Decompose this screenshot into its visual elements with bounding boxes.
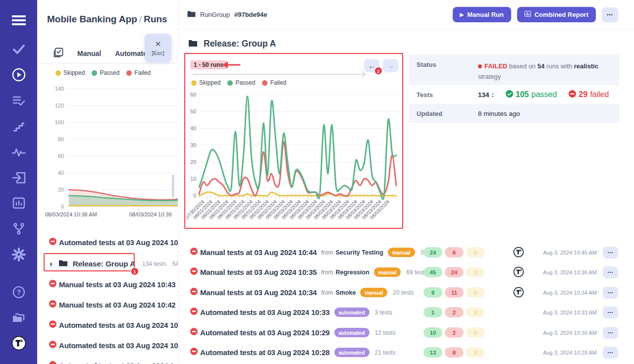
check-icon[interactable] [12,44,25,55]
failed-status-icon [190,267,198,277]
row-more-button[interactable]: ••• [603,347,618,359]
run-list-item[interactable]: Manual tests at 03 Aug 2024 10:43 [37,274,178,295]
run-row[interactable]: Manual tests at 03 Aug 2024 10:34 from S… [178,282,634,303]
breadcrumb-page: Runs [144,14,167,24]
failed-dot-icon [262,80,267,86]
run-list-item[interactable]: Automated tests at 03 Aug 2024 10 [37,315,178,335]
failed-status-icon [190,248,198,257]
activity-icon[interactable] [12,147,26,157]
failed-pill: 24 [445,267,464,277]
svg-text:20: 20 [58,187,64,193]
failed-status-icon [190,308,198,317]
rungroup-title: RunGroup #97bde94e [187,10,267,19]
svg-text:140: 140 [55,86,64,92]
runs-trend-mini-chart: 14012010080604020008/03/2024 10:38 AM08/… [37,79,178,228]
run-list-item[interactable]: Automated tests at 03 Aug 2024 10 [37,232,178,253]
panel-scrollbar[interactable] [172,174,174,197]
combined-report-button[interactable]: Combined Report [517,7,596,22]
failed-pill: 6 [445,247,464,258]
legend-passed: Passed [227,79,255,86]
tests-row: Tests 134 : 105 passed 29 failed [409,85,619,104]
next-page-button[interactable]: → [383,59,398,72]
run-group-item-release-group-a[interactable]: › Release: Group A 134 tests 54 r [37,254,178,274]
run-result-pills: 13 8 0 [423,347,485,358]
run-row[interactable]: Manual tests at 03 Aug 2024 10:35 from R… [178,262,634,282]
run-date: Aug 3, 2024 10:28 AM [523,350,597,356]
tab-manual[interactable]: Manual [77,50,101,57]
folder-icon [188,39,198,49]
row-more-button[interactable]: ••• [603,266,618,278]
folder-icon [187,10,196,19]
legend-failed: Failed [126,69,151,76]
run-type-badge: automated [334,328,370,337]
steps-icon[interactable] [12,121,25,132]
chevron-right-icon[interactable]: › [50,260,53,268]
minus-circle-icon [569,90,576,100]
run-type-badge: manual [388,248,415,257]
run-list-item[interactable]: Automated tests at 03 Aug 2024 1 [37,356,178,364]
branch-icon[interactable] [12,222,25,235]
row-more-button[interactable]: ••• [603,307,618,318]
projects-icon[interactable] [12,312,26,324]
runs-history-chart-card: 1 - 50 runs ← → 2 Skipped Passed Failed … [184,53,403,229]
passed-pill: 13 [423,347,442,358]
settings-icon[interactable] [12,248,26,261]
main-content: RunGroup #97bde94e ▶ Manual Run Combined… [178,0,634,364]
passed-dot-icon [227,80,233,86]
annotation-step-2-badge: 2 [374,67,382,75]
row-more-button[interactable]: ••• [603,327,618,339]
bar-chart-icon[interactable] [12,197,25,209]
testomat-logo-icon[interactable] [11,336,26,351]
run-tests-count: 3 tests [375,309,392,316]
close-panel-popup[interactable]: ✕ [Esc] [145,34,171,62]
passed-pill: 45 [423,267,442,277]
run-type-badge: automated [334,308,370,317]
run-list-item[interactable]: Manual tests at 03 Aug 2024 10:42 [37,295,178,315]
svg-text:0: 0 [61,204,64,209]
failed-status-icon [190,348,198,357]
run-date: Aug 3, 2024 10:30 AM [523,330,597,336]
legend-passed: Passed [92,69,119,76]
status-panel: Status FAILED based on 54 runs with real… [409,54,619,123]
list-check-icon[interactable] [12,95,25,107]
run-list-item[interactable]: Automated tests at 03 Aug 2024 10 [37,335,178,356]
run-result-pills: 24 6 0 [423,247,485,258]
svg-text:0: 0 [193,193,196,199]
run-type-badge: automated [334,348,370,357]
updated-label: Updated [417,110,478,117]
breadcrumb: Mobile Banking App/Runs [47,14,167,25]
header-more-button[interactable]: ••• [602,7,618,22]
passed-pill: 10 [423,327,442,338]
failed-status-icon [49,300,56,310]
menu-icon[interactable] [12,15,26,26]
tests-value: 134 : 105 passed 29 failed [478,90,609,100]
run-row[interactable]: Automated tests at 03 Aug 2024 10:28 aut… [178,342,634,363]
checklist-filter-icon[interactable] [53,48,63,59]
breadcrumb-separator: / [137,14,144,24]
row-more-button[interactable]: ••• [603,247,618,259]
passed-pill: 1 [423,307,442,317]
group-heading: Release: Group A [188,39,276,49]
svg-text:40: 40 [190,125,196,131]
play-circle-icon[interactable] [12,68,26,82]
import-icon[interactable] [12,172,26,184]
svg-text:60: 60 [58,153,64,159]
close-icon[interactable]: ✕ [155,40,161,48]
breadcrumb-project[interactable]: Mobile Banking App [47,14,137,24]
run-row[interactable]: Automated tests at 03 Aug 2024 10:29 aut… [178,322,634,343]
svg-text:10: 10 [190,176,196,182]
updated-value: 8 minutes ago [478,110,520,117]
run-row[interactable]: Manual tests at 03 Aug 2024 10:44 from S… [178,242,634,262]
row-more-button[interactable]: ••• [603,287,618,299]
runs-range-label: 1 - 50 runs [190,60,227,69]
header-actions: ▶ Manual Run Combined Report ••• [453,7,618,22]
failed-dot-icon [126,70,132,76]
svg-text:100: 100 [55,119,64,125]
help-icon[interactable]: ? [12,286,25,299]
updated-row: Updated 8 minutes ago [409,104,619,123]
failed-status-icon [190,288,198,297]
run-row[interactable]: Automated tests at 03 Aug 2024 10:33 aut… [178,302,634,322]
folder-icon [58,259,68,269]
manual-run-button[interactable]: ▶ Manual Run [453,7,511,22]
failed-pill: 2 [445,307,464,317]
